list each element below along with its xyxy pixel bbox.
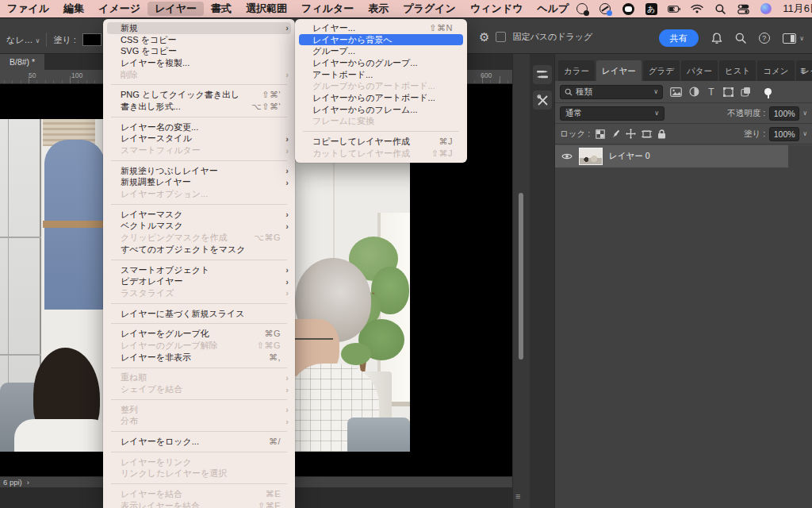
document-tab[interactable]: B/8#) * [0,54,44,70]
menu-item[interactable]: レイヤーに基づく新規スライス › [103,308,295,320]
menu-item[interactable]: 新規塗りつぶしレイヤー › [103,165,295,177]
layer-row[interactable]: レイヤー 0 [555,145,788,167]
menu-item[interactable]: レイヤーマスク › [103,209,295,221]
vertical-scrollbar[interactable] [519,193,523,360]
input-method-icon[interactable]: あ [645,2,657,15]
menu-item[interactable]: すべてのオブジェクトをマスク › [103,244,295,256]
menubar-item[interactable]: 書式 [204,2,239,16]
wifi-icon[interactable] [691,2,703,15]
menu-item[interactable]: 整列 › [103,404,295,416]
menu-item[interactable]: レイヤーオプション... › [103,188,295,200]
menu-item[interactable]: レイヤーを結合 ⌘E › [103,488,295,500]
menubar-item[interactable]: フィルター [294,2,361,16]
panel-tab[interactable]: レイヤー [596,60,642,81]
menubar-clock[interactable]: 11月6日(水) 15:08 [783,2,812,16]
menu-item[interactable]: PNG としてクイック書き出し ⇧⌘' › [103,89,295,101]
menu-item[interactable]: ラスタライズ › [103,287,295,299]
submenu-item[interactable]: レイヤーからのフレーム... › [295,104,467,116]
submenu-item[interactable]: グループ... › [295,45,467,57]
search-icon[interactable] [735,33,746,44]
gear-icon[interactable]: ⚙ [479,32,489,43]
menu-item[interactable]: 分布 › [103,416,295,428]
menu-item[interactable]: レイヤーを複製... › [103,57,295,69]
menubar-item[interactable]: ウィンドウ [463,2,530,16]
chevron-down-icon[interactable]: ∨ [802,110,807,117]
properties-panel-icon[interactable] [533,65,552,84]
menu-item[interactable]: 書き出し形式... ⌥⇧⌘' › [103,101,295,113]
constrain-path-checkbox[interactable] [496,32,506,42]
control-center-icon[interactable] [737,2,749,15]
menu-item[interactable]: シェイプを結合 › [103,383,295,395]
chevron-down-icon[interactable]: ∨ [802,130,807,137]
menu-item[interactable]: レイヤーのグループ解除 ⇧⌘G › [103,340,295,352]
menu-item[interactable]: SVG をコピー › [103,45,295,57]
panel-tab[interactable]: パター [681,60,718,81]
panel-tab[interactable]: ヒスト [719,60,756,81]
menu-item[interactable]: レイヤーをロック... ⌘/ › [103,436,295,448]
battery-icon[interactable] [668,2,680,15]
menu-item[interactable]: CSS をコピー › [103,34,295,46]
status-chevron-icon[interactable]: › [27,478,29,487]
filter-pin-toggle[interactable] [764,88,772,95]
lock-position-icon[interactable] [626,129,636,139]
menu-item[interactable]: レイヤースタイル › [103,133,295,145]
menu-item[interactable]: ビデオレイヤー › [103,275,295,287]
menubar-item[interactable]: ヘルプ [530,2,576,16]
menubar-item[interactable]: 選択範囲 [239,2,294,16]
layer-search-field[interactable]: 種類 ∨ [560,85,663,99]
panel-tab[interactable]: カラー [558,60,595,81]
menu-item[interactable]: レイヤーをグループ化 ⌘G › [103,328,295,340]
menubar-item[interactable]: 表示 [361,2,396,16]
menu-item[interactable]: レイヤーをリンク › [103,456,295,468]
lock-all-icon[interactable] [657,129,666,139]
menubar-item[interactable]: ファイル [0,2,56,16]
menubar-item[interactable]: レイヤー [147,2,204,16]
adjustment-filter-icon[interactable] [689,87,699,97]
layer-thumbnail[interactable] [579,148,603,165]
tools-panel-icon[interactable] [533,90,552,110]
submenu-item[interactable]: フレームに変換 › [295,116,467,128]
submenu-item[interactable]: カットしてレイヤー作成 ⇧⌘J › [295,148,467,160]
menu-item[interactable]: 削除 › [103,69,295,81]
siri-icon[interactable] [760,2,772,15]
submenu-item[interactable]: コピーしてレイヤー作成 ⌘J › [295,136,467,148]
menu-item[interactable]: クリッピングマスクを作成 ⌥⌘G › [103,232,295,244]
menubar-item[interactable]: イメージ [91,2,147,16]
app-status-icon[interactable] [576,2,588,15]
submenu-item[interactable]: レイヤーからのアートボード... › [295,92,467,104]
fill-swatch[interactable] [82,33,102,46]
workspace-icon[interactable]: ∨ [783,31,804,45]
eye-icon[interactable] [561,152,573,160]
type-filter-icon[interactable]: T [707,87,716,97]
menu-item[interactable]: 重ね順 › [103,372,295,384]
menu-item[interactable]: 新規 › [103,22,295,34]
help-icon[interactable]: ? [759,33,770,44]
spotlight-icon[interactable] [714,2,726,15]
opacity-value[interactable]: 100% [769,106,799,121]
pixel-filter-icon[interactable] [670,87,682,97]
submenu-item[interactable]: レイヤーからのグループ... › [295,57,467,69]
submenu-item[interactable]: レイヤーから背景へ › [295,34,467,46]
share-button[interactable]: 共有 [659,29,699,47]
grip-icon[interactable]: ≡ [515,492,520,500]
panel-tab[interactable]: グラデ [643,60,680,81]
submenu-item[interactable]: アートボード... › [295,69,467,81]
lock-paint-icon[interactable] [611,129,620,139]
smart-object-filter-icon[interactable] [741,87,751,97]
shape-filter-icon[interactable] [723,87,733,97]
menu-item[interactable]: 新規調整レイヤー › [103,177,295,189]
panel-tab[interactable]: コメン [757,60,794,81]
menubar-item[interactable]: プラグイン [396,2,463,16]
bell-icon[interactable] [711,33,722,44]
submenu-item[interactable]: グループからのアートボード... › [295,80,467,92]
line-app-icon[interactable] [622,2,634,15]
menu-item[interactable]: リンクしたレイヤーを選択 › [103,468,295,480]
do-not-disturb-icon[interactable] [599,2,611,15]
fill-value[interactable]: 100% [769,127,799,141]
menubar-item[interactable]: 編集 [56,2,91,16]
blend-mode-select[interactable]: 通常 ∨ [560,106,665,121]
submenu-item[interactable]: レイヤー... ⇧⌘N › [295,22,467,34]
menu-item[interactable]: スマートオブジェクト › [103,264,295,276]
menu-item[interactable]: ベクトルマスク › [103,221,295,233]
lock-transparent-icon[interactable] [596,129,605,139]
